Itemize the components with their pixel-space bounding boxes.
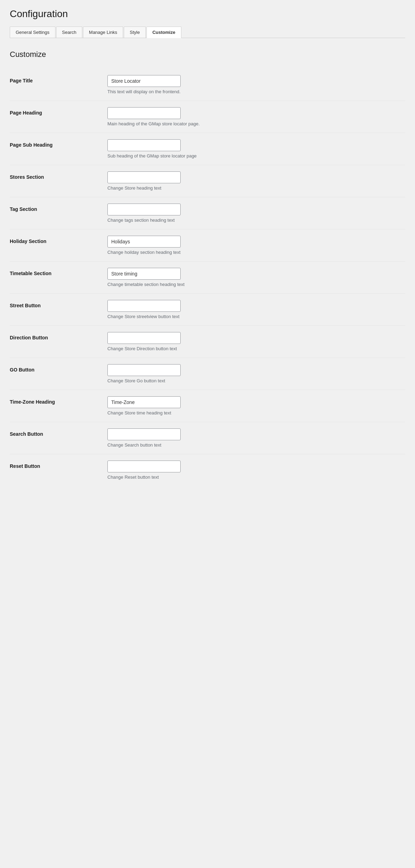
label-holiday-section: Holiday Section <box>10 236 107 244</box>
label-page-heading: Page Heading <box>10 107 107 116</box>
page-container: Configuration General SettingsSearchMana… <box>0 0 415 498</box>
tab-style[interactable]: Style <box>124 27 146 38</box>
description-page-heading: Main heading of the GMap store locator p… <box>107 121 405 126</box>
input-page-title[interactable] <box>107 75 181 87</box>
content-timetable-section: Change timetable section heading text <box>107 268 405 287</box>
content-direction-button: Change Store Direction button text <box>107 332 405 351</box>
input-street-button[interactable] <box>107 300 181 312</box>
form-row-tag-section: Tag SectionChange tags section heading t… <box>10 197 405 229</box>
label-direction-button: Direction Button <box>10 332 107 340</box>
input-time-zone-heading[interactable] <box>107 396 181 408</box>
tabs-bar: General SettingsSearchManage LinksStyleC… <box>10 27 405 38</box>
label-page-title: Page Title <box>10 75 107 83</box>
label-street-button: Street Button <box>10 300 107 308</box>
input-page-sub-heading[interactable] <box>107 139 181 151</box>
label-page-sub-heading: Page Sub Heading <box>10 139 107 148</box>
description-timetable-section: Change timetable section heading text <box>107 282 405 287</box>
description-tag-section: Change tags section heading text <box>107 218 405 223</box>
content-stores-section: Change Store heading text <box>107 171 405 191</box>
label-reset-button: Reset Button <box>10 461 107 469</box>
label-stores-section: Stores Section <box>10 171 107 180</box>
tab-general-settings[interactable]: General Settings <box>10 27 55 38</box>
section-heading: Customize <box>10 50 405 59</box>
input-direction-button[interactable] <box>107 332 181 344</box>
description-direction-button: Change Store Direction button text <box>107 346 405 351</box>
content-page-heading: Main heading of the GMap store locator p… <box>107 107 405 126</box>
description-page-title: This text will display on the frontend. <box>107 89 405 94</box>
input-tag-section[interactable] <box>107 204 181 215</box>
form-row-timetable-section: Timetable SectionChange timetable sectio… <box>10 261 405 293</box>
label-go-button: GO Button <box>10 364 107 373</box>
content-tag-section: Change tags section heading text <box>107 204 405 223</box>
content-search-button: Change Search button text <box>107 428 405 448</box>
form-row-reset-button: Reset ButtonChange Reset button text <box>10 454 405 486</box>
input-stores-section[interactable] <box>107 171 181 183</box>
form-row-direction-button: Direction ButtonChange Store Direction b… <box>10 325 405 358</box>
form-row-page-title: Page TitleThis text will display on the … <box>10 69 405 101</box>
description-holiday-section: Change hoilday section heading text <box>107 250 405 255</box>
input-page-heading[interactable] <box>107 107 181 119</box>
input-go-button[interactable] <box>107 364 181 376</box>
input-search-button[interactable] <box>107 428 181 440</box>
content-reset-button: Change Reset button text <box>107 461 405 480</box>
label-time-zone-heading: Time-Zone Heading <box>10 396 107 405</box>
customize-content: Customize Page TitleThis text will displ… <box>10 46 405 490</box>
form-row-go-button: GO ButtonChange Store Go button text <box>10 358 405 390</box>
form-row-page-heading: Page HeadingMain heading of the GMap sto… <box>10 101 405 133</box>
page-title: Configuration <box>10 8 405 20</box>
input-reset-button[interactable] <box>107 461 181 472</box>
content-street-button: Change Store streetview button text <box>107 300 405 319</box>
tab-customize[interactable]: Customize <box>146 27 181 38</box>
tab-manage-links[interactable]: Manage Links <box>83 27 123 38</box>
form-row-street-button: Street ButtonChange Store streetview but… <box>10 293 405 325</box>
form-row-stores-section: Stores SectionChange Store heading text <box>10 165 405 197</box>
description-page-sub-heading: Sub heading of the GMap store locator pa… <box>107 153 405 159</box>
label-search-button: Search Button <box>10 428 107 437</box>
form-row-time-zone-heading: Time-Zone HeadingChange Store time headi… <box>10 390 405 422</box>
input-timetable-section[interactable] <box>107 268 181 280</box>
input-holiday-section[interactable] <box>107 236 181 248</box>
content-holiday-section: Change hoilday section heading text <box>107 236 405 255</box>
form-row-holiday-section: Holiday SectionChange hoilday section he… <box>10 229 405 261</box>
content-time-zone-heading: Change Store time heading text <box>107 396 405 415</box>
description-search-button: Change Search button text <box>107 442 405 448</box>
description-reset-button: Change Reset button text <box>107 475 405 480</box>
description-stores-section: Change Store heading text <box>107 185 405 191</box>
form-rows: Page TitleThis text will display on the … <box>10 69 405 486</box>
description-time-zone-heading: Change Store time heading text <box>107 410 405 415</box>
content-go-button: Change Store Go button text <box>107 364 405 383</box>
description-street-button: Change Store streetview button text <box>107 314 405 319</box>
description-go-button: Change Store Go button text <box>107 378 405 383</box>
label-timetable-section: Timetable Section <box>10 268 107 276</box>
form-row-search-button: Search ButtonChange Search button text <box>10 422 405 454</box>
tab-search[interactable]: Search <box>56 27 82 38</box>
form-row-page-sub-heading: Page Sub HeadingSub heading of the GMap … <box>10 133 405 165</box>
content-page-title: This text will display on the frontend. <box>107 75 405 94</box>
label-tag-section: Tag Section <box>10 204 107 212</box>
content-page-sub-heading: Sub heading of the GMap store locator pa… <box>107 139 405 159</box>
